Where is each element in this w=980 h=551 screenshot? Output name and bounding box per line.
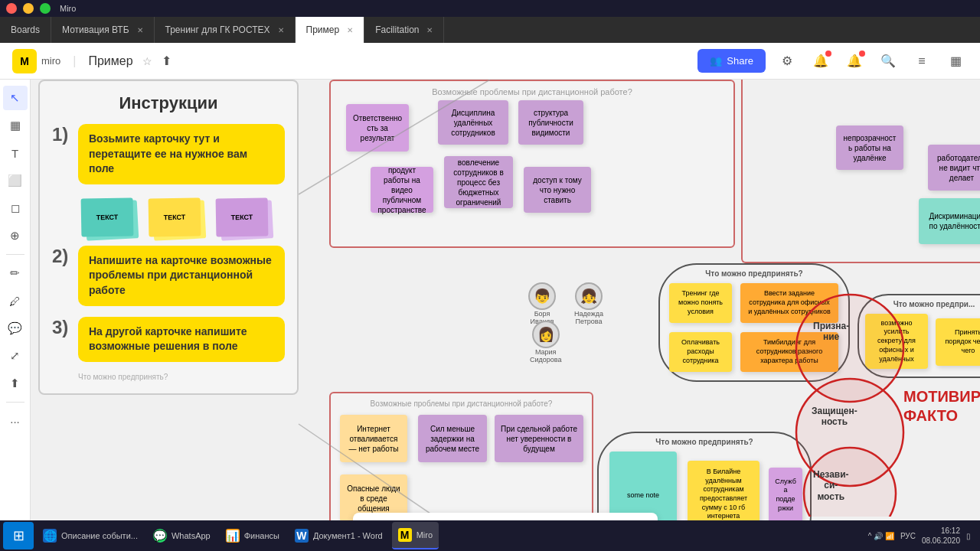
venn-svg: МОТИВИРУ ФАКТО <box>766 287 980 517</box>
action-cloud-2-title: Что можно предпринять? <box>655 438 753 446</box>
svg-text:ФАКТО: ФАКТО <box>903 407 958 424</box>
bottom-sticky-1[interactable]: Интернет отваливается — нет работы <box>340 415 407 462</box>
bottom-sticky-2[interactable]: Сил меньше задержки на рабочем месте <box>418 415 487 462</box>
instructions-panel: Инструкции 1) Возьмите карточку тут и пе… <box>38 80 299 395</box>
app-toolbar: M miro | Пример ☆ ⬆ 👥 Share ⚙ 🔔 🔔 🔍 ≡ ▦ <box>0 43 980 80</box>
instruction-number-2: 2) <box>52 246 70 267</box>
sticky-stack-yellow[interactable]: ТЕКСТ <box>145 195 207 240</box>
venn-label-2: Защищен-ность <box>812 406 858 428</box>
system-lang: РУС <box>900 532 916 540</box>
taskbar-item-browser[interactable]: 🌐 Описание событи... <box>37 522 144 549</box>
sticky-top-6[interactable]: доступ к тому что нужно ставить <box>524 167 591 213</box>
sidebar-cursor-tool[interactable]: ↖ <box>3 86 28 110</box>
system-tray-icons: ^ 🔊 📶 <box>868 532 894 540</box>
close-btn[interactable] <box>6 3 17 14</box>
sidebar-apps-icon[interactable]: ⊕ <box>3 223 28 248</box>
sidebar-text-tool[interactable]: T <box>3 141 28 165</box>
tab-boards[interactable]: Boards <box>0 17 51 43</box>
action-cloud-2-sticky-1[interactable]: В Билайне удалённым сотрудникам предоста… <box>688 461 760 528</box>
right-top-area: непрозрачность работы на удалёнке работо… <box>741 80 980 263</box>
taskbar-clock: 16:12 08.06.2020 <box>922 526 960 546</box>
sidebar-comment-tool[interactable]: 💬 <box>3 316 28 341</box>
user-avatar-boris: 👦 БоряИванов <box>528 282 556 325</box>
miro-logo: M miro <box>12 49 60 73</box>
tab-close-motivaciya[interactable]: ✕ <box>137 26 143 34</box>
sticky-right-3[interactable]: Дискриминация по удалённости <box>919 198 980 244</box>
share-icon: 👥 <box>710 55 722 67</box>
user-avatar-maria: 👩 МарияСидорова <box>530 321 561 364</box>
venn-label-1: Призна-ние <box>813 321 849 343</box>
canvas-area: Инструкции 1) Возьмите карточку тут и пе… <box>31 80 980 551</box>
venn-label-3: Незави-си-мость <box>813 469 849 502</box>
top-problem-title: Возможные проблемы при дистанционной раб… <box>432 87 632 96</box>
taskbar-item-word[interactable]: W Документ1 - Word <box>289 522 389 549</box>
sticky-stack-cyan[interactable]: ТЕКСТ <box>78 195 139 240</box>
grid-view-icon[interactable]: ▦ <box>943 49 968 73</box>
sticky-top-3[interactable]: структура публичности видимости <box>518 100 583 145</box>
sidebar-more-icon[interactable]: ··· <box>3 409 28 433</box>
word-icon: W <box>295 529 309 543</box>
bottom-problem-title: Возможные проблемы при дистанционной раб… <box>371 399 553 408</box>
sticky-stack-purple[interactable]: ТЕКСТ <box>213 195 274 240</box>
bottom-sticky-3[interactable]: При сдельной работе нет уверенности в бу… <box>495 415 583 462</box>
notifications-icon[interactable]: 🔔 <box>842 49 867 73</box>
menu-icon[interactable]: ≡ <box>910 49 934 73</box>
user-avatar-nadezhda: 👧 НадеждаПетрова <box>574 282 603 325</box>
top-problem-area: Возможные проблемы при дистанционной раб… <box>329 80 735 248</box>
taskbar-item-finance[interactable]: 📊 Финансы <box>220 522 286 549</box>
miro-taskbar-icon: M <box>398 528 412 542</box>
tab-facilitation[interactable]: Facilitation ✕ <box>364 17 444 43</box>
tab-motivaciya[interactable]: Мотивация ВТБ ✕ <box>51 17 154 43</box>
finance-icon: 📊 <box>226 529 240 543</box>
settings-icon[interactable]: ⚙ <box>775 49 799 73</box>
sidebar-transform-tool[interactable]: ⤢ <box>3 344 28 368</box>
sidebar-shape-tool[interactable]: ◻ <box>3 196 28 220</box>
tab-close-primer[interactable]: ✕ <box>347 26 353 34</box>
left-sidebar: ↖ ▦ T ⬜ ◻ ⊕ ✏ 🖊 💬 ⤢ ⬆ ··· <box>0 80 31 551</box>
sticky-top-4[interactable]: продукт работы на видео публичном простр… <box>371 167 433 213</box>
main-layout: ↖ ▦ T ⬜ ◻ ⊕ ✏ 🖊 💬 ⤢ ⬆ ··· Инструкции 1) … <box>0 80 980 551</box>
sticky-right-2[interactable]: работодатель не видит что делает <box>928 145 980 191</box>
tab-primer[interactable]: Пример ✕ <box>296 17 365 43</box>
upload-icon[interactable]: ⬆ <box>162 54 172 68</box>
minimize-btn[interactable] <box>23 3 34 14</box>
svg-text:МОТИВИРУ: МОТИВИРУ <box>903 388 980 405</box>
sticky-top-2[interactable]: Дисциплина удалённых сотрудников <box>438 100 508 145</box>
taskbar-item-miro[interactable]: M Miro <box>392 522 439 549</box>
share-button[interactable]: 👥 Share <box>697 49 766 73</box>
sticky-top-5[interactable]: вовлечение сотрудников в процесс без бюд… <box>444 156 513 208</box>
instruction-number-3: 3) <box>52 317 70 338</box>
instruction-item-1: 1) Возьмите карточку тут и перетащите ее… <box>52 124 285 184</box>
instruction-item-2: 2) Напишите на карточке возможные пробле… <box>52 246 285 306</box>
action-cloud-1-title: Что можно предпринять? <box>705 269 802 278</box>
action-sticky-1[interactable]: Тренинг где можно понять условия <box>669 283 732 323</box>
instruction-number-1: 1) <box>52 124 70 145</box>
start-button[interactable]: ⊞ <box>3 522 34 549</box>
title-bar: Miro <box>0 0 980 17</box>
instruction-box-1: Возьмите карточку тут и перетащите ее на… <box>78 124 285 184</box>
search-icon[interactable]: 🔍 <box>876 49 900 73</box>
taskbar-system-tray: ^ 🔊 📶 РУС 16:12 08.06.2020 ▯ <box>862 526 977 546</box>
sidebar-frame-tool[interactable]: ⬜ <box>3 168 28 193</box>
instruction-box-2: Напишите на карточке возможные проблемы … <box>78 246 285 306</box>
tab-close-trening[interactable]: ✕ <box>278 26 284 34</box>
maximize-btn[interactable] <box>40 3 51 14</box>
hint-text: Что можно предпринять? <box>52 373 285 381</box>
show-desktop-btn[interactable]: ▯ <box>966 532 971 540</box>
browser-icon: 🌐 <box>43 529 57 543</box>
star-icon[interactable]: ☆ <box>142 55 152 67</box>
sidebar-board-icon[interactable]: ▦ <box>3 113 28 138</box>
taskbar: ⊞ 🌐 Описание событи... 💬 WhatsApp 📊 Фина… <box>0 520 980 551</box>
taskbar-item-whatsapp[interactable]: 💬 WhatsApp <box>147 522 217 549</box>
action-sticky-3[interactable]: Оплачивать расходы сотрудника <box>669 332 732 372</box>
sidebar-up-tool[interactable]: ⬆ <box>3 371 28 396</box>
sticky-top-1[interactable]: Ответственность за результат <box>346 104 409 152</box>
sidebar-brush-tool[interactable]: 🖊 <box>3 289 28 313</box>
app-title: Miro <box>60 4 76 13</box>
updates-icon[interactable]: 🔔 <box>808 49 833 73</box>
sidebar-pen-tool[interactable]: ✏ <box>3 261 28 285</box>
tab-close-facilitation[interactable]: ✕ <box>426 26 433 34</box>
sticky-right-1[interactable]: непрозрачность работы на удалёнке <box>836 126 903 170</box>
instructions-title: Инструкции <box>52 93 285 113</box>
tab-trening[interactable]: Тренинг для ГК РОСТЕХ ✕ <box>155 17 296 43</box>
